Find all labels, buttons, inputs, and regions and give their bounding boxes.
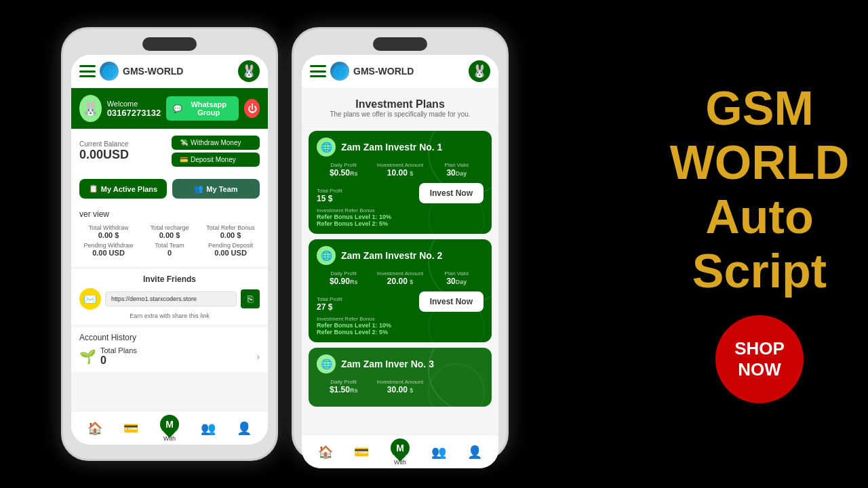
- stat-value-1: 0.00 $: [140, 231, 199, 239]
- active-plans-tab[interactable]: 📋 My Active Plans: [79, 179, 167, 199]
- stat-label-1: Total recharge: [140, 224, 199, 231]
- profile-icon-2: 👤: [467, 445, 482, 460]
- plan-1-valid-label: Plan Valid: [430, 162, 484, 168]
- nav-team[interactable]: 👥: [201, 421, 216, 436]
- withdraw-icon: 💸: [180, 139, 188, 146]
- plan-3-invest-value: 30.00 $: [373, 385, 427, 394]
- user-avatar-header[interactable]: 🐰: [238, 60, 260, 82]
- plan-1-total-label: Total Profit: [317, 188, 419, 194]
- user-avatar-welcome: 🐰: [79, 95, 102, 122]
- phone-1-screen: 🌐 GMS-WORLD 🐰 🐰 Welcome 03167273132 💬 Wh…: [71, 55, 268, 445]
- investment-header: Investment Plans The plans we offer is s…: [302, 87, 498, 127]
- balance-left: Current Balance 0.00USD: [79, 140, 129, 162]
- nav-profile[interactable]: 👤: [237, 421, 252, 436]
- nav-wallet[interactable]: 💳: [123, 421, 138, 436]
- plan-card-2: 🌐 Zam Zam Investr No. 2 Daily Profit $0.…: [309, 239, 492, 342]
- chevron-right-icon: ›: [256, 351, 260, 362]
- balance-label: Current Balance: [79, 140, 129, 148]
- deposit-money-button[interactable]: 💳 Deposit Money: [172, 152, 260, 167]
- nav-home-2[interactable]: 🏠: [318, 445, 333, 460]
- history-value: 0: [100, 354, 137, 367]
- plan-2-refer-level1: Refer Bonus Level 1: 10%: [317, 322, 484, 329]
- plan-1-daily-profit: Daily Profit $0.50Rs: [317, 162, 370, 178]
- right-content: GSM WORLD Auto Script SHOPNOW: [651, 0, 868, 488]
- plan-3-investment: Investment Amount 30.00 $: [373, 379, 427, 394]
- home-icon: 🏠: [87, 421, 102, 436]
- hamburger-icon[interactable]: [79, 65, 96, 77]
- welcome-label: Welcome: [107, 100, 161, 108]
- profile-icon: 👤: [237, 421, 252, 436]
- plan-3-details: Daily Profit $1.50Rs Investment Amount 3…: [317, 379, 484, 394]
- shop-now-text: SHOPNOW: [734, 338, 785, 380]
- globe-icon: 🌐: [100, 62, 119, 81]
- tabs-section: 📋 My Active Plans 👥 My Team: [71, 174, 268, 204]
- stat-pending-deposit: Pending Deposit 0.00 USD: [201, 242, 260, 257]
- stat-label-4: Total Team: [140, 242, 199, 249]
- stat-value-5: 0.00 USD: [201, 249, 260, 257]
- stat-label-2: Total Refer Bonus: [201, 224, 260, 231]
- plan-1-refer-bonus: Investment Refer Bonus Refer Bonus Level…: [317, 207, 484, 227]
- invite-row: ✉️ https://demo1.starxcoders.store ⎘: [79, 288, 260, 310]
- overview-title: ver view: [79, 209, 260, 219]
- plan-1-investment: Investment Amount 10.00 $: [373, 162, 427, 178]
- nav-profile-2[interactable]: 👤: [467, 445, 482, 460]
- hamburger-icon-2[interactable]: [310, 65, 326, 77]
- plan-2-total-value: 27 $: [317, 302, 419, 312]
- welcome-text: Welcome 03167273132: [107, 100, 161, 118]
- nav-home[interactable]: 🏠: [87, 421, 102, 436]
- phones-container: 🌐 GMS-WORLD 🐰 🐰 Welcome 03167273132 💬 Wh…: [61, 0, 509, 488]
- gsm-line-2: WORLD: [670, 139, 849, 186]
- shop-now-bubble[interactable]: SHOPNOW: [715, 315, 804, 403]
- plan-2-invest-label: Investment Amount: [373, 270, 427, 277]
- user-avatar-header-2[interactable]: 🐰: [469, 60, 490, 82]
- invite-section: Invite Friends ✉️ https://demo1.starxcod…: [71, 269, 268, 325]
- nav-team-2[interactable]: 👥: [431, 445, 446, 460]
- plan-2-valid-label: Plan Valid: [430, 270, 484, 277]
- gsm-line-1: GSM: [705, 85, 813, 132]
- gsm-line-4: Script: [692, 247, 827, 295]
- invest-now-button-1[interactable]: Invest Now: [419, 183, 484, 203]
- copy-link-button[interactable]: ⎘: [241, 289, 260, 308]
- plan-1-bottom: Total Profit 15 $ Invest Now: [317, 183, 484, 203]
- stat-label-5: Pending Deposit: [201, 242, 260, 249]
- phone-1-notch: [142, 37, 197, 51]
- plan-3-invest-label: Investment Amount: [373, 379, 427, 385]
- nav-withdraw-center-2[interactable]: M With: [391, 439, 410, 466]
- stat-value-4: 0: [140, 249, 199, 257]
- power-button[interactable]: ⏻: [244, 99, 260, 118]
- plan-1-details: Daily Profit $0.50Rs Investment Amount 1…: [317, 162, 484, 178]
- invest-now-button-2[interactable]: Invest Now: [419, 291, 484, 312]
- plan-2-total-label: Total Profit: [317, 296, 419, 302]
- withdraw-money-button[interactable]: 💸 Withdraw Money: [172, 136, 260, 150]
- nav-withdraw-center[interactable]: M With: [160, 415, 179, 442]
- stat-total-team: Total Team 0: [140, 242, 199, 257]
- nav-wallet-2[interactable]: 💳: [354, 445, 369, 460]
- wallet-icon-2: 💳: [354, 445, 369, 460]
- invite-link-text: https://demo1.starxcoders.store: [105, 291, 237, 306]
- stat-value-0: 0.00 $: [79, 231, 138, 239]
- team-nav-icon: 👥: [201, 421, 216, 436]
- team-icon: 👥: [194, 184, 203, 193]
- account-history-section: Account History 🌱 Total Plans 0 ›: [71, 327, 268, 372]
- envelope-icon: ✉️: [79, 288, 101, 310]
- phone-1: 🌐 GMS-WORLD 🐰 🐰 Welcome 03167273132 💬 Wh…: [61, 27, 278, 461]
- plan-1-invest-value: 10.00 $: [373, 168, 427, 178]
- phone-2-notch: [373, 37, 427, 51]
- plan-2-icon: 🌐: [317, 246, 336, 265]
- plan-2-name: Zam Zam Investr No. 2: [341, 250, 442, 261]
- home-icon-2: 🏠: [318, 445, 333, 460]
- history-item-content: Total Plans 0: [100, 346, 137, 367]
- plan-1-refer-level1: Refer Bonus Level 1: 10%: [317, 214, 484, 220]
- withdraw-label: Withdraw Money: [191, 139, 241, 146]
- whatsapp-group-button[interactable]: 💬 Whatsapp Group: [166, 96, 239, 121]
- gsm-line-3: Auto: [705, 193, 813, 241]
- whatsapp-btn-label: Whatsapp Group: [185, 100, 232, 117]
- history-item-plans: 🌱 Total Plans 0: [79, 346, 137, 367]
- active-plans-label: My Active Plans: [101, 185, 157, 193]
- plan-3-profit-value: $1.50Rs: [317, 385, 370, 394]
- plans-scroll[interactable]: 🌐 Zam Zam Investr No. 1 Daily Profit $0.…: [302, 127, 498, 425]
- my-team-tab[interactable]: 👥 My Team: [172, 179, 260, 199]
- plan-3-profit-label: Daily Profit: [317, 379, 370, 385]
- m-badge: M: [160, 415, 179, 434]
- stat-label-3: Pending Withdraw: [79, 242, 138, 249]
